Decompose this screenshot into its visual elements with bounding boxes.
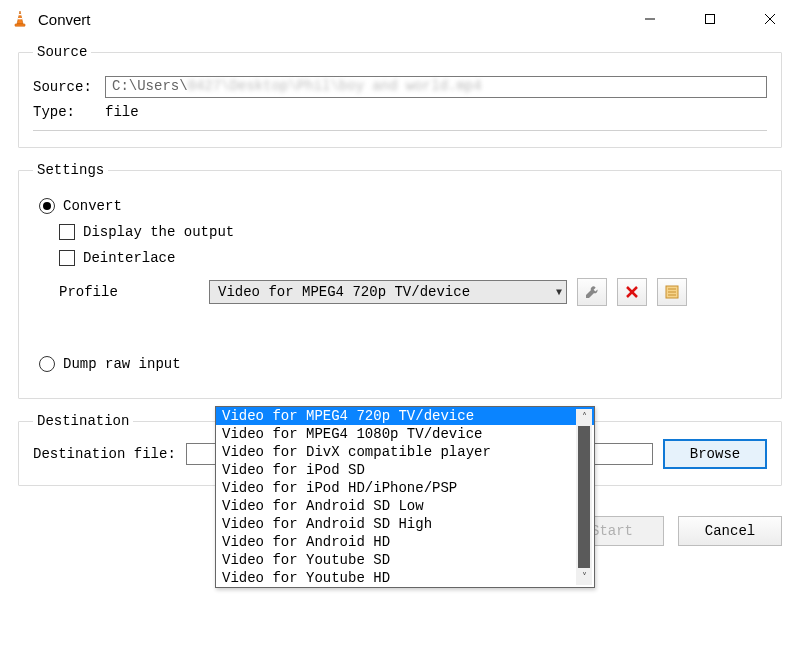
scroll-up-icon[interactable]: ˄ — [576, 409, 592, 425]
profile-option[interactable]: Video for Android HD — [216, 533, 594, 551]
destination-legend: Destination — [33, 413, 133, 429]
delete-profile-button[interactable] — [617, 278, 647, 306]
profile-option[interactable]: Video for Android SD High — [216, 515, 594, 533]
checkbox-icon — [59, 250, 75, 266]
profile-option[interactable]: Video for MPEG4 1080p TV/device — [216, 425, 594, 443]
cancel-button-label: Cancel — [705, 523, 755, 539]
profile-option[interactable]: Video for iPod HD/iPhone/PSP — [216, 479, 594, 497]
deinterlace-checkbox[interactable]: Deinterlace — [59, 250, 767, 266]
start-button-label: Start — [591, 523, 633, 539]
new-profile-button[interactable] — [657, 278, 687, 306]
dump-raw-radio[interactable]: Dump raw input — [39, 356, 767, 372]
radio-selected-icon — [39, 198, 55, 214]
scroll-thumb[interactable] — [578, 426, 590, 568]
svg-rect-2 — [18, 18, 23, 19]
deinterlace-label: Deinterlace — [83, 250, 175, 266]
settings-legend: Settings — [33, 162, 108, 178]
profile-option[interactable]: Video for DivX compatible player — [216, 443, 594, 461]
wrench-icon — [584, 284, 600, 300]
type-label: Type: — [33, 104, 105, 120]
checkbox-icon — [59, 224, 75, 240]
display-output-checkbox[interactable]: Display the output — [59, 224, 767, 240]
source-label: Source: — [33, 79, 105, 95]
minimize-button[interactable] — [620, 0, 680, 38]
titlebar: Convert — [0, 0, 800, 38]
profile-option[interactable]: Video for Android SD Low — [216, 497, 594, 515]
delete-x-icon — [625, 285, 639, 299]
svg-rect-5 — [706, 15, 715, 24]
profile-option[interactable]: Video for Youtube HD — [216, 569, 594, 587]
source-path-visible: C:\Users\ — [112, 78, 188, 94]
vlc-cone-icon — [10, 9, 30, 29]
profile-label: Profile — [59, 284, 199, 300]
browse-button-label: Browse — [690, 446, 740, 462]
profile-dropdown-list[interactable]: Video for MPEG4 720p TV/deviceVideo for … — [215, 406, 595, 588]
dropdown-scrollbar[interactable]: ˄ ˅ — [576, 409, 592, 585]
source-divider — [33, 130, 767, 131]
display-output-label: Display the output — [83, 224, 234, 240]
window-title: Convert — [38, 11, 91, 28]
maximize-button[interactable] — [680, 0, 740, 38]
radio-unselected-icon — [39, 356, 55, 372]
dump-raw-label: Dump raw input — [63, 356, 181, 372]
source-path-input[interactable]: C:\Users\0427\Desktop\Phil\boy and world… — [105, 76, 767, 98]
scroll-down-icon[interactable]: ˅ — [576, 569, 592, 585]
close-button[interactable] — [740, 0, 800, 38]
profile-option[interactable]: Video for Youtube SD — [216, 551, 594, 569]
profile-combobox[interactable]: Video for MPEG4 720p TV/device ▼ — [209, 280, 567, 304]
svg-marker-0 — [17, 11, 23, 24]
profile-option[interactable]: Video for iPod SD — [216, 461, 594, 479]
profile-selected-text: Video for MPEG4 720p TV/device — [218, 284, 470, 300]
settings-group: Settings Convert Display the output Dein… — [18, 162, 782, 399]
convert-radio[interactable]: Convert — [39, 198, 767, 214]
type-value: file — [105, 104, 139, 120]
source-path-blurred: 0427\Desktop\Phil\boy and world.mp4 — [188, 78, 482, 94]
svg-rect-3 — [15, 24, 25, 26]
chevron-down-icon: ▼ — [556, 287, 562, 298]
edit-profile-button[interactable] — [577, 278, 607, 306]
browse-button[interactable]: Browse — [663, 439, 767, 469]
profile-option[interactable]: Video for MPEG4 720p TV/device — [216, 407, 594, 425]
source-group: Source Source: C:\Users\0427\Desktop\Phi… — [18, 44, 782, 148]
convert-radio-label: Convert — [63, 198, 122, 214]
cancel-button[interactable]: Cancel — [678, 516, 782, 546]
source-legend: Source — [33, 44, 91, 60]
svg-rect-1 — [18, 14, 22, 15]
new-profile-icon — [664, 284, 680, 300]
destination-file-label: Destination file: — [33, 446, 176, 462]
